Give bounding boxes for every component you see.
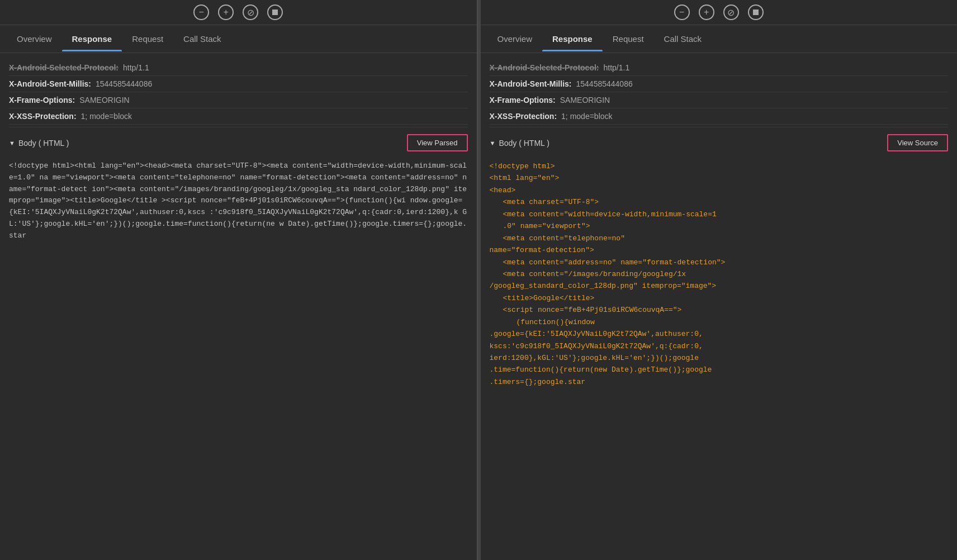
header-row-xss-left: X-XSS-Protection: 1; mode=block xyxy=(9,108,468,125)
minimize-icon-left[interactable]: − xyxy=(193,4,209,20)
body-html-label-right: Body ( HTML ) xyxy=(499,139,549,148)
header-key-millis-right: X-Android-Sent-Millis: xyxy=(490,79,572,88)
body-content-right: <!doctype html> <html lang="en"> <head> … xyxy=(490,156,949,392)
body-section-title-left: ▼ Body ( HTML ) View Parsed xyxy=(9,127,468,156)
body-title-left-inner: ▼ Body ( HTML ) xyxy=(9,139,69,148)
tab-callstack-right[interactable]: Call Stack xyxy=(654,26,712,51)
body-html-label-left: Body ( HTML ) xyxy=(18,139,69,148)
header-value-protocol-right: http/1.1 xyxy=(604,63,630,72)
right-top-bar: − + ⊘ ⏹ xyxy=(481,0,958,25)
maximize-icon-right[interactable]: + xyxy=(699,4,714,20)
header-row-frame-left: X-Frame-Options: SAMEORIGIN xyxy=(9,92,468,108)
tab-response-right[interactable]: Response xyxy=(542,26,603,51)
maximize-icon-left[interactable]: + xyxy=(218,4,234,20)
record-icon-left[interactable]: ⏹ xyxy=(267,4,283,20)
tab-callstack-left[interactable]: Call Stack xyxy=(173,26,231,51)
tab-response-left[interactable]: Response xyxy=(62,26,122,51)
tab-request-right[interactable]: Request xyxy=(603,26,654,51)
triangle-icon-right: ▼ xyxy=(490,140,496,146)
header-row-millis-left: X-Android-Sent-Millis: 1544585444086 xyxy=(9,76,468,92)
left-panel-content: X-Android-Selected-Protocol: http/1.1 X-… xyxy=(0,53,477,560)
header-row-xss-right: X-XSS-Protection: 1; mode=block xyxy=(490,108,949,125)
right-tabs-bar: Overview Response Request Call Stack xyxy=(481,25,958,53)
left-panel: − + ⊘ ⏹ Overview Response Request Call S… xyxy=(0,0,477,560)
header-value-frame-left: SAMEORIGIN xyxy=(79,96,129,105)
right-window-controls: − + ⊘ ⏹ xyxy=(674,4,764,20)
tab-overview-right[interactable]: Overview xyxy=(487,26,543,51)
minimize-icon-right[interactable]: − xyxy=(674,4,690,20)
body-content-left: <!doctype html><html lang="en"><head><me… xyxy=(9,156,468,246)
header-row-protocol-left: X-Android-Selected-Protocol: http/1.1 xyxy=(9,60,468,76)
stop-icon-right[interactable]: ⊘ xyxy=(723,4,739,20)
triangle-icon-left: ▼ xyxy=(9,140,15,146)
header-key-xss-right: X-XSS-Protection: xyxy=(490,112,557,121)
right-panel: − + ⊘ ⏹ Overview Response Request Call S… xyxy=(481,0,958,560)
header-value-frame-right: SAMEORIGIN xyxy=(560,96,610,105)
header-value-xss-left: 1; mode=block xyxy=(81,112,132,121)
left-tabs-bar: Overview Response Request Call Stack xyxy=(0,25,477,53)
header-key-protocol-left: X-Android-Selected-Protocol: xyxy=(9,63,119,72)
header-value-xss-right: 1; mode=block xyxy=(561,112,612,121)
left-top-bar: − + ⊘ ⏹ xyxy=(0,0,477,25)
header-value-millis-left: 1544585444086 xyxy=(96,79,152,88)
tab-request-left[interactable]: Request xyxy=(122,26,173,51)
header-key-frame-right: X-Frame-Options: xyxy=(490,96,556,105)
header-row-frame-right: X-Frame-Options: SAMEORIGIN xyxy=(490,92,949,108)
header-value-millis-right: 1544585444086 xyxy=(576,79,633,88)
header-key-xss-left: X-XSS-Protection: xyxy=(9,112,77,121)
body-title-right-inner: ▼ Body ( HTML ) xyxy=(490,139,549,148)
tab-overview-left[interactable]: Overview xyxy=(7,26,62,51)
view-source-button[interactable]: View Source xyxy=(887,134,948,151)
header-value-protocol-left: http/1.1 xyxy=(123,63,149,72)
right-panel-content: X-Android-Selected-Protocol: http/1.1 X-… xyxy=(481,53,958,560)
header-row-millis-right: X-Android-Sent-Millis: 1544585444086 xyxy=(490,76,949,92)
header-row-protocol-right: X-Android-Selected-Protocol: http/1.1 xyxy=(490,60,949,76)
record-icon-right[interactable]: ⏹ xyxy=(748,4,764,20)
view-parsed-button[interactable]: View Parsed xyxy=(407,134,468,151)
header-key-frame-left: X-Frame-Options: xyxy=(9,96,75,105)
header-key-protocol-right: X-Android-Selected-Protocol: xyxy=(490,63,599,72)
left-window-controls: − + ⊘ ⏹ xyxy=(193,4,283,20)
stop-icon-left[interactable]: ⊘ xyxy=(243,4,258,20)
header-key-millis-left: X-Android-Sent-Millis: xyxy=(9,79,91,88)
body-section-title-right: ▼ Body ( HTML ) View Source xyxy=(490,127,949,156)
